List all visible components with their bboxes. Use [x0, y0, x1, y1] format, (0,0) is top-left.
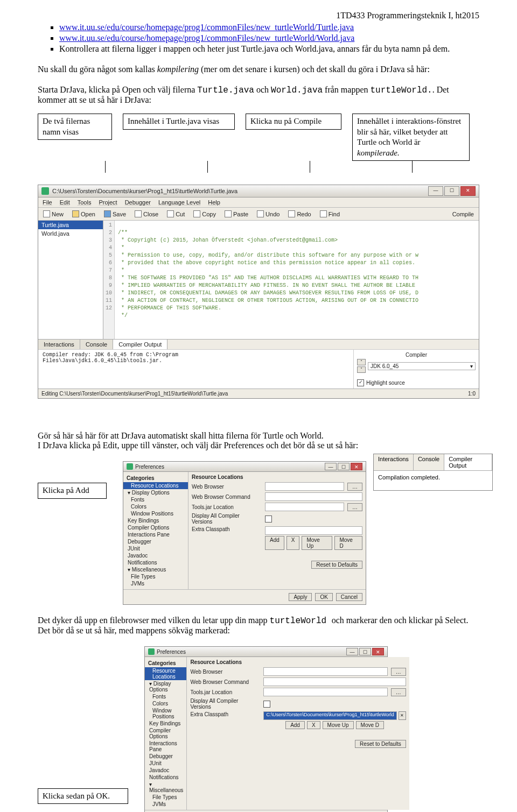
move-up-button[interactable]: Move Up	[302, 536, 332, 550]
paste-button[interactable]: Paste	[223, 210, 250, 218]
cat-compiler-options[interactable]: Compiler Options	[145, 727, 186, 740]
add-button[interactable]: Add	[265, 536, 284, 550]
input-tools-jar[interactable]	[265, 503, 344, 511]
cat-window-positions[interactable]: Window Positions	[123, 510, 188, 517]
cut-button[interactable]: Cut	[165, 210, 186, 218]
undo-button[interactable]: Undo	[255, 210, 281, 218]
input-web-browser[interactable]	[263, 667, 387, 676]
remove-x[interactable]: ✕	[399, 711, 406, 720]
remove-button[interactable]: X	[287, 536, 300, 550]
cat-notifications[interactable]: Notifications	[145, 774, 186, 781]
cat-javadoc[interactable]: Javadoc	[123, 552, 188, 559]
cat-key-bindings[interactable]: Key Bindings	[123, 517, 188, 524]
classpath-selected[interactable]: C:\Users\Torsten\Documents\kurser\Prog1_…	[263, 711, 396, 720]
add-button[interactable]: Add	[285, 721, 305, 729]
menu-edit[interactable]: Edit	[60, 199, 70, 206]
ok-button[interactable]: OK	[315, 593, 332, 601]
cat-notifications[interactable]: Notifications	[123, 559, 188, 566]
menu-file[interactable]: File	[43, 199, 52, 206]
browse-btn[interactable]: …	[347, 483, 362, 491]
cat-debugger[interactable]: Debugger	[123, 538, 188, 545]
cat-resource-locations[interactable]: Resource Locations	[145, 667, 186, 680]
cat-junit[interactable]: JUnit	[145, 760, 186, 767]
input-tools-jar[interactable]	[263, 688, 387, 696]
close-button[interactable]: ✕	[460, 186, 476, 196]
cat-key-bindings[interactable]: Key Bindings	[145, 720, 186, 727]
code-area[interactable]: /** * Copyright (c) 2015, Johan Öfverste…	[115, 221, 422, 339]
browse-btn[interactable]: …	[391, 668, 406, 676]
maximize-button[interactable]: ☐	[359, 648, 371, 655]
reset-button[interactable]: Reset to Defaults	[311, 561, 362, 569]
browse-btn[interactable]: …	[347, 503, 362, 511]
cat-file-types[interactable]: File Types	[123, 573, 188, 580]
maximize-button[interactable]: ☐	[444, 186, 459, 196]
cancel-button[interactable]: Cancel	[336, 593, 362, 601]
new-button[interactable]: New	[41, 210, 65, 218]
cat-fonts[interactable]: Fonts	[123, 496, 188, 503]
down-btn[interactable]: ˅	[357, 366, 366, 373]
cat-file-types[interactable]: File Types	[145, 794, 186, 801]
cat-colors[interactable]: Colors	[123, 503, 188, 510]
tab-interactions[interactable]: Interactions	[38, 340, 80, 349]
cat-misc[interactable]: ▾ Miscellaneous	[145, 781, 186, 794]
input-web-browser-cmd[interactable]	[263, 677, 406, 686]
tab-compiler-output[interactable]: Compiler Output	[113, 340, 167, 349]
remove-button[interactable]: X	[307, 721, 320, 729]
ip-tab-compiler[interactable]: Compiler Output	[444, 454, 492, 470]
compile-button[interactable]: Compile	[451, 210, 476, 218]
cat-window-positions[interactable]: Window Positions	[145, 707, 186, 720]
menu-language-level[interactable]: Language Level	[158, 199, 200, 206]
cat-junit[interactable]: JUnit	[123, 545, 188, 552]
cat-display-options[interactable]: ▾ Display Options	[123, 489, 188, 496]
minimize-button[interactable]: —	[428, 186, 443, 196]
maximize-button[interactable]: ☐	[338, 463, 350, 470]
find-button[interactable]: Find	[318, 210, 341, 218]
cat-resource-locations[interactable]: Resource Locations	[123, 482, 188, 489]
move-down-button[interactable]: Move D	[356, 721, 384, 729]
compiler-select[interactable]: JDK 6.0_45▾	[368, 362, 476, 370]
menu-debugger[interactable]: Debugger	[125, 199, 151, 206]
redo-button[interactable]: Redo	[287, 210, 312, 218]
move-up-button[interactable]: Move Up	[323, 721, 354, 729]
input-web-browser-cmd[interactable]	[265, 492, 362, 501]
ip-tab-console[interactable]: Console	[414, 454, 444, 470]
up-btn[interactable]: ˄	[357, 359, 366, 365]
cat-misc[interactable]: ▾ Miscellaneous	[123, 566, 188, 573]
copy-button[interactable]: Copy	[192, 210, 218, 218]
file-turtle[interactable]: Turtle.java	[38, 221, 103, 229]
close-button[interactable]: ✕	[372, 648, 384, 655]
close-button[interactable]: ✕	[351, 463, 362, 470]
browse-btn[interactable]: …	[391, 688, 406, 696]
link-world[interactable]: www.it.uu.se/edu/course/homepage/prog1/c…	[59, 33, 354, 43]
editor[interactable]: 1 2 3 4 5 6 7 8 9 10 11 12 /** * Copyrig…	[103, 221, 479, 339]
cat-jvms[interactable]: JVMs	[123, 580, 188, 587]
cat-compiler-options[interactable]: Compiler Options	[123, 524, 188, 531]
link-turtle[interactable]: www.it.uu.se/edu/course/homepage/prog1/c…	[59, 23, 354, 32]
input-web-browser[interactable]	[265, 482, 344, 491]
cat-colors[interactable]: Colors	[145, 700, 186, 707]
open-button[interactable]: Open	[71, 210, 97, 218]
minimize-button[interactable]: —	[346, 648, 358, 655]
ip-tab-interactions[interactable]: Interactions	[374, 454, 414, 470]
checkbox-display-all[interactable]	[265, 516, 272, 522]
menu-tools[interactable]: Tools	[78, 199, 92, 206]
cat-jvms[interactable]: JVMs	[145, 801, 186, 808]
tab-console[interactable]: Console	[80, 340, 113, 349]
minimize-button[interactable]: —	[325, 463, 337, 470]
cat-javadoc[interactable]: Javadoc	[145, 767, 186, 774]
classpath-list[interactable]	[265, 526, 362, 535]
highlight-checkbox[interactable]: ✓	[357, 379, 364, 386]
reset-button[interactable]: Reset to Defaults	[355, 740, 406, 748]
menu-project[interactable]: Project	[99, 199, 117, 206]
cat-interactions-pane[interactable]: Interactions Pane	[123, 531, 188, 538]
apply-button[interactable]: Apply	[289, 593, 312, 601]
checkbox-display-all[interactable]	[263, 701, 270, 708]
save-button[interactable]: Save	[102, 210, 128, 218]
menu-help[interactable]: Help	[208, 199, 220, 206]
move-down-button[interactable]: Move D	[334, 536, 362, 550]
cat-display-options[interactable]: ▾ Display Options	[145, 680, 186, 693]
cat-interactions-pane[interactable]: Interactions Pane	[145, 740, 186, 753]
file-world[interactable]: World.java	[38, 229, 103, 238]
cat-fonts[interactable]: Fonts	[145, 693, 186, 700]
cat-debugger[interactable]: Debugger	[145, 753, 186, 760]
